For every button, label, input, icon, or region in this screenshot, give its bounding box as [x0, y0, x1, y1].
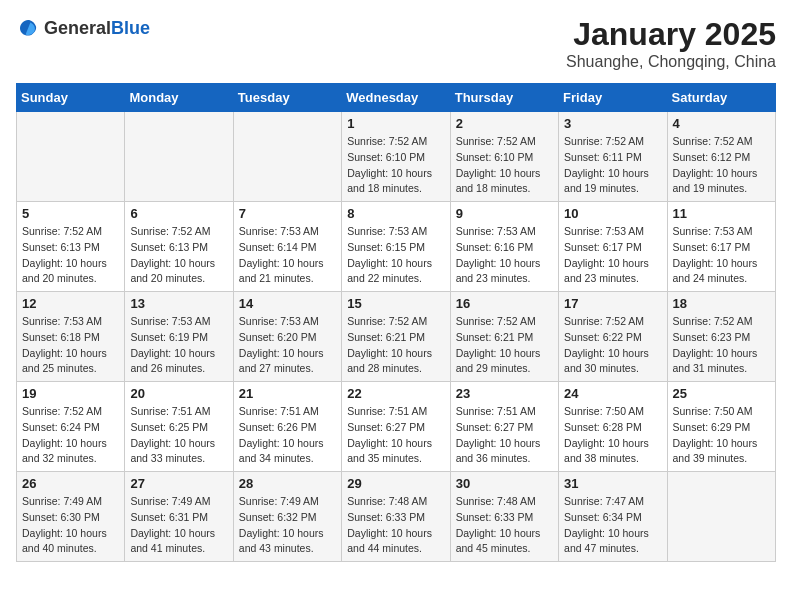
day-info: Sunrise: 7:53 AM Sunset: 6:16 PM Dayligh…	[456, 224, 553, 287]
calendar-cell	[17, 112, 125, 202]
calendar-cell: 11Sunrise: 7:53 AM Sunset: 6:17 PM Dayli…	[667, 202, 775, 292]
calendar-cell: 13Sunrise: 7:53 AM Sunset: 6:19 PM Dayli…	[125, 292, 233, 382]
calendar-cell: 1Sunrise: 7:52 AM Sunset: 6:10 PM Daylig…	[342, 112, 450, 202]
day-info: Sunrise: 7:51 AM Sunset: 6:27 PM Dayligh…	[456, 404, 553, 467]
calendar-cell: 10Sunrise: 7:53 AM Sunset: 6:17 PM Dayli…	[559, 202, 667, 292]
calendar-cell: 3Sunrise: 7:52 AM Sunset: 6:11 PM Daylig…	[559, 112, 667, 202]
calendar-cell: 4Sunrise: 7:52 AM Sunset: 6:12 PM Daylig…	[667, 112, 775, 202]
calendar-cell: 31Sunrise: 7:47 AM Sunset: 6:34 PM Dayli…	[559, 472, 667, 562]
day-number: 22	[347, 386, 444, 401]
day-info: Sunrise: 7:52 AM Sunset: 6:21 PM Dayligh…	[347, 314, 444, 377]
day-info: Sunrise: 7:53 AM Sunset: 6:19 PM Dayligh…	[130, 314, 227, 377]
day-info: Sunrise: 7:52 AM Sunset: 6:10 PM Dayligh…	[347, 134, 444, 197]
day-number: 10	[564, 206, 661, 221]
day-number: 17	[564, 296, 661, 311]
day-number: 8	[347, 206, 444, 221]
calendar-cell: 24Sunrise: 7:50 AM Sunset: 6:28 PM Dayli…	[559, 382, 667, 472]
day-number: 1	[347, 116, 444, 131]
calendar-cell: 18Sunrise: 7:52 AM Sunset: 6:23 PM Dayli…	[667, 292, 775, 382]
day-info: Sunrise: 7:53 AM Sunset: 6:17 PM Dayligh…	[564, 224, 661, 287]
day-number: 26	[22, 476, 119, 491]
day-number: 5	[22, 206, 119, 221]
day-number: 3	[564, 116, 661, 131]
day-number: 21	[239, 386, 336, 401]
day-info: Sunrise: 7:48 AM Sunset: 6:33 PM Dayligh…	[347, 494, 444, 557]
logo-general: General	[44, 18, 111, 38]
calendar-cell: 30Sunrise: 7:48 AM Sunset: 6:33 PM Dayli…	[450, 472, 558, 562]
day-number: 28	[239, 476, 336, 491]
day-info: Sunrise: 7:51 AM Sunset: 6:25 PM Dayligh…	[130, 404, 227, 467]
day-number: 7	[239, 206, 336, 221]
calendar-cell: 29Sunrise: 7:48 AM Sunset: 6:33 PM Dayli…	[342, 472, 450, 562]
day-number: 25	[673, 386, 770, 401]
day-number: 23	[456, 386, 553, 401]
calendar-cell: 6Sunrise: 7:52 AM Sunset: 6:13 PM Daylig…	[125, 202, 233, 292]
logo-icon	[16, 16, 40, 40]
day-info: Sunrise: 7:53 AM Sunset: 6:14 PM Dayligh…	[239, 224, 336, 287]
calendar-cell: 21Sunrise: 7:51 AM Sunset: 6:26 PM Dayli…	[233, 382, 341, 472]
calendar-week-row: 19Sunrise: 7:52 AM Sunset: 6:24 PM Dayli…	[17, 382, 776, 472]
calendar-cell: 19Sunrise: 7:52 AM Sunset: 6:24 PM Dayli…	[17, 382, 125, 472]
day-number: 27	[130, 476, 227, 491]
calendar-cell: 12Sunrise: 7:53 AM Sunset: 6:18 PM Dayli…	[17, 292, 125, 382]
day-number: 14	[239, 296, 336, 311]
day-info: Sunrise: 7:53 AM Sunset: 6:15 PM Dayligh…	[347, 224, 444, 287]
day-info: Sunrise: 7:51 AM Sunset: 6:27 PM Dayligh…	[347, 404, 444, 467]
day-info: Sunrise: 7:52 AM Sunset: 6:21 PM Dayligh…	[456, 314, 553, 377]
calendar-cell: 14Sunrise: 7:53 AM Sunset: 6:20 PM Dayli…	[233, 292, 341, 382]
calendar-cell: 22Sunrise: 7:51 AM Sunset: 6:27 PM Dayli…	[342, 382, 450, 472]
calendar-cell: 16Sunrise: 7:52 AM Sunset: 6:21 PM Dayli…	[450, 292, 558, 382]
calendar-cell: 25Sunrise: 7:50 AM Sunset: 6:29 PM Dayli…	[667, 382, 775, 472]
weekday-header-row: SundayMondayTuesdayWednesdayThursdayFrid…	[17, 84, 776, 112]
day-number: 6	[130, 206, 227, 221]
day-number: 24	[564, 386, 661, 401]
calendar-week-row: 26Sunrise: 7:49 AM Sunset: 6:30 PM Dayli…	[17, 472, 776, 562]
calendar-cell: 28Sunrise: 7:49 AM Sunset: 6:32 PM Dayli…	[233, 472, 341, 562]
calendar-cell: 2Sunrise: 7:52 AM Sunset: 6:10 PM Daylig…	[450, 112, 558, 202]
logo: GeneralBlue	[16, 16, 150, 40]
day-number: 11	[673, 206, 770, 221]
calendar-week-row: 1Sunrise: 7:52 AM Sunset: 6:10 PM Daylig…	[17, 112, 776, 202]
day-info: Sunrise: 7:49 AM Sunset: 6:31 PM Dayligh…	[130, 494, 227, 557]
calendar-cell	[233, 112, 341, 202]
logo-text: GeneralBlue	[44, 18, 150, 39]
day-info: Sunrise: 7:53 AM Sunset: 6:20 PM Dayligh…	[239, 314, 336, 377]
weekday-header: Friday	[559, 84, 667, 112]
calendar-cell: 26Sunrise: 7:49 AM Sunset: 6:30 PM Dayli…	[17, 472, 125, 562]
day-info: Sunrise: 7:52 AM Sunset: 6:22 PM Dayligh…	[564, 314, 661, 377]
day-info: Sunrise: 7:51 AM Sunset: 6:26 PM Dayligh…	[239, 404, 336, 467]
day-number: 20	[130, 386, 227, 401]
calendar-cell: 8Sunrise: 7:53 AM Sunset: 6:15 PM Daylig…	[342, 202, 450, 292]
day-number: 29	[347, 476, 444, 491]
day-info: Sunrise: 7:47 AM Sunset: 6:34 PM Dayligh…	[564, 494, 661, 557]
calendar-cell: 27Sunrise: 7:49 AM Sunset: 6:31 PM Dayli…	[125, 472, 233, 562]
calendar-cell: 17Sunrise: 7:52 AM Sunset: 6:22 PM Dayli…	[559, 292, 667, 382]
calendar-cell: 23Sunrise: 7:51 AM Sunset: 6:27 PM Dayli…	[450, 382, 558, 472]
weekday-header: Tuesday	[233, 84, 341, 112]
day-number: 16	[456, 296, 553, 311]
day-info: Sunrise: 7:49 AM Sunset: 6:32 PM Dayligh…	[239, 494, 336, 557]
day-number: 2	[456, 116, 553, 131]
day-info: Sunrise: 7:50 AM Sunset: 6:29 PM Dayligh…	[673, 404, 770, 467]
day-info: Sunrise: 7:53 AM Sunset: 6:17 PM Dayligh…	[673, 224, 770, 287]
day-info: Sunrise: 7:52 AM Sunset: 6:13 PM Dayligh…	[22, 224, 119, 287]
day-info: Sunrise: 7:49 AM Sunset: 6:30 PM Dayligh…	[22, 494, 119, 557]
day-info: Sunrise: 7:52 AM Sunset: 6:10 PM Dayligh…	[456, 134, 553, 197]
weekday-header: Wednesday	[342, 84, 450, 112]
day-info: Sunrise: 7:52 AM Sunset: 6:24 PM Dayligh…	[22, 404, 119, 467]
day-number: 18	[673, 296, 770, 311]
calendar-table: SundayMondayTuesdayWednesdayThursdayFrid…	[16, 83, 776, 562]
weekday-header: Thursday	[450, 84, 558, 112]
day-info: Sunrise: 7:50 AM Sunset: 6:28 PM Dayligh…	[564, 404, 661, 467]
calendar-cell	[125, 112, 233, 202]
day-info: Sunrise: 7:52 AM Sunset: 6:12 PM Dayligh…	[673, 134, 770, 197]
day-number: 13	[130, 296, 227, 311]
calendar-cell: 20Sunrise: 7:51 AM Sunset: 6:25 PM Dayli…	[125, 382, 233, 472]
day-number: 9	[456, 206, 553, 221]
day-info: Sunrise: 7:52 AM Sunset: 6:13 PM Dayligh…	[130, 224, 227, 287]
location-subtitle: Shuanghe, Chongqing, China	[566, 53, 776, 71]
day-number: 12	[22, 296, 119, 311]
calendar-week-row: 12Sunrise: 7:53 AM Sunset: 6:18 PM Dayli…	[17, 292, 776, 382]
title-block: January 2025 Shuanghe, Chongqing, China	[566, 16, 776, 71]
calendar-cell: 9Sunrise: 7:53 AM Sunset: 6:16 PM Daylig…	[450, 202, 558, 292]
